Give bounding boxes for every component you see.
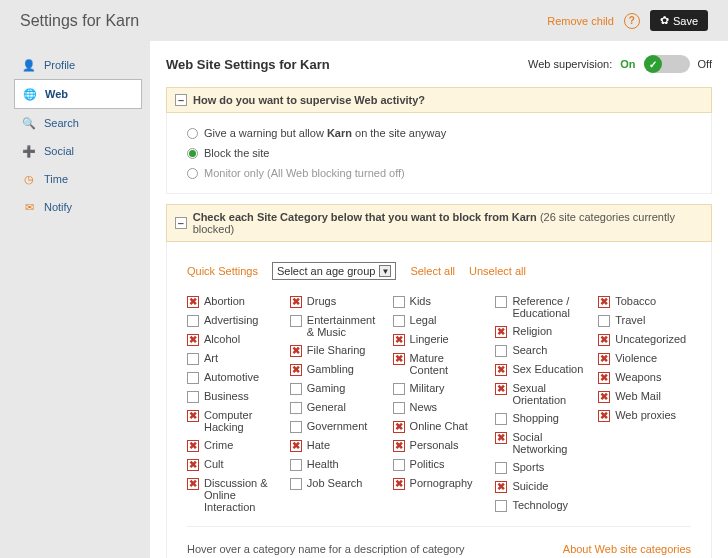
checkbox-blocked-icon[interactable] xyxy=(393,440,405,452)
category-item[interactable]: File Sharing xyxy=(290,341,383,360)
checkbox-icon[interactable] xyxy=(393,459,405,471)
checkbox-icon[interactable] xyxy=(187,372,199,384)
category-item[interactable]: Gambling xyxy=(290,360,383,379)
category-item[interactable]: Gaming xyxy=(290,379,383,398)
category-item[interactable]: Web Mail xyxy=(598,387,691,406)
checkbox-blocked-icon[interactable] xyxy=(187,478,199,490)
category-item[interactable]: Military xyxy=(393,379,486,398)
checkbox-blocked-icon[interactable] xyxy=(187,459,199,471)
category-item[interactable]: Entertainment & Music xyxy=(290,311,383,341)
category-item[interactable]: Crime xyxy=(187,436,280,455)
checkbox-icon[interactable] xyxy=(187,315,199,327)
category-item[interactable]: Mature Content xyxy=(393,349,486,379)
category-item[interactable]: Violence xyxy=(598,349,691,368)
checkbox-blocked-icon[interactable] xyxy=(495,481,507,493)
checkbox-icon[interactable] xyxy=(393,296,405,308)
radio-icon[interactable] xyxy=(187,168,198,179)
supervision-toggle[interactable]: ✓ xyxy=(644,55,690,73)
checkbox-blocked-icon[interactable] xyxy=(393,478,405,490)
checkbox-icon[interactable] xyxy=(290,402,302,414)
category-item[interactable]: Drugs xyxy=(290,292,383,311)
supervise-option[interactable]: Give a warning but allow Karn on the sit… xyxy=(187,123,691,143)
checkbox-blocked-icon[interactable] xyxy=(290,364,302,376)
sidebar-item-social[interactable]: ➕Social xyxy=(14,137,142,165)
category-item[interactable]: Discussion & Online Interaction xyxy=(187,474,280,516)
radio-icon[interactable] xyxy=(187,128,198,139)
checkbox-icon[interactable] xyxy=(495,462,507,474)
checkbox-icon[interactable] xyxy=(290,459,302,471)
checkbox-icon[interactable] xyxy=(187,391,199,403)
checkbox-blocked-icon[interactable] xyxy=(187,296,199,308)
category-item[interactable]: Sexual Orientation xyxy=(495,379,588,409)
checkbox-icon[interactable] xyxy=(393,383,405,395)
checkbox-blocked-icon[interactable] xyxy=(290,296,302,308)
category-item[interactable]: Sports xyxy=(495,458,588,477)
category-item[interactable]: Alcohol xyxy=(187,330,280,349)
checkbox-icon[interactable] xyxy=(290,478,302,490)
checkbox-blocked-icon[interactable] xyxy=(290,440,302,452)
checkbox-blocked-icon[interactable] xyxy=(187,440,199,452)
category-item[interactable]: Travel xyxy=(598,311,691,330)
category-item[interactable]: General xyxy=(290,398,383,417)
checkbox-blocked-icon[interactable] xyxy=(598,334,610,346)
checkbox-blocked-icon[interactable] xyxy=(598,296,610,308)
category-item[interactable]: Abortion xyxy=(187,292,280,311)
checkbox-icon[interactable] xyxy=(495,500,507,512)
category-item[interactable]: Online Chat xyxy=(393,417,486,436)
checkbox-blocked-icon[interactable] xyxy=(598,410,610,422)
checkbox-blocked-icon[interactable] xyxy=(393,334,405,346)
checkbox-icon[interactable] xyxy=(495,345,507,357)
about-categories-link[interactable]: About Web site categories xyxy=(563,543,691,555)
checkbox-icon[interactable] xyxy=(598,315,610,327)
checkbox-blocked-icon[interactable] xyxy=(495,432,507,444)
category-item[interactable]: Advertising xyxy=(187,311,280,330)
checkbox-blocked-icon[interactable] xyxy=(598,353,610,365)
category-item[interactable]: Computer Hacking xyxy=(187,406,280,436)
radio-icon[interactable] xyxy=(187,148,198,159)
age-group-select[interactable]: Select an age group ▼ xyxy=(272,262,396,280)
category-item[interactable]: Hate xyxy=(290,436,383,455)
category-item[interactable]: Personals xyxy=(393,436,486,455)
checkbox-icon[interactable] xyxy=(290,383,302,395)
supervise-option[interactable]: Monitor only (All Web blocking turned of… xyxy=(187,163,691,183)
category-item[interactable]: Business xyxy=(187,387,280,406)
category-item[interactable]: Pornography xyxy=(393,474,486,493)
category-item[interactable]: Kids xyxy=(393,292,486,311)
category-item[interactable]: Reference / Educational xyxy=(495,292,588,322)
checkbox-blocked-icon[interactable] xyxy=(495,364,507,376)
select-all-link[interactable]: Select all xyxy=(410,265,455,277)
checkbox-blocked-icon[interactable] xyxy=(393,421,405,433)
category-item[interactable]: Suicide xyxy=(495,477,588,496)
checkbox-blocked-icon[interactable] xyxy=(187,334,199,346)
category-item[interactable]: Tobacco xyxy=(598,292,691,311)
checkbox-icon[interactable] xyxy=(187,353,199,365)
sidebar-item-profile[interactable]: 👤Profile xyxy=(14,51,142,79)
checkbox-icon[interactable] xyxy=(393,402,405,414)
category-item[interactable]: Legal xyxy=(393,311,486,330)
category-item[interactable]: Health xyxy=(290,455,383,474)
checkbox-icon[interactable] xyxy=(290,421,302,433)
category-item[interactable]: Shopping xyxy=(495,409,588,428)
sidebar-item-notify[interactable]: ✉Notify xyxy=(14,193,142,221)
category-item[interactable]: News xyxy=(393,398,486,417)
category-item[interactable]: Sex Education xyxy=(495,360,588,379)
help-icon[interactable]: ? xyxy=(624,13,640,29)
unselect-all-link[interactable]: Unselect all xyxy=(469,265,526,277)
category-item[interactable]: Art xyxy=(187,349,280,368)
save-button[interactable]: ✿ Save xyxy=(650,10,708,31)
category-item[interactable]: Uncategorized xyxy=(598,330,691,349)
category-item[interactable]: Cult xyxy=(187,455,280,474)
checkbox-icon[interactable] xyxy=(495,413,507,425)
remove-child-link[interactable]: Remove child xyxy=(547,15,614,27)
category-item[interactable]: Social Networking xyxy=(495,428,588,458)
category-item[interactable]: Weapons xyxy=(598,368,691,387)
category-item[interactable]: Search xyxy=(495,341,588,360)
checkbox-blocked-icon[interactable] xyxy=(598,372,610,384)
category-item[interactable]: Lingerie xyxy=(393,330,486,349)
checkbox-blocked-icon[interactable] xyxy=(495,326,507,338)
sidebar-item-search[interactable]: 🔍Search xyxy=(14,109,142,137)
category-item[interactable]: Automotive xyxy=(187,368,280,387)
sidebar-item-web[interactable]: 🌐Web xyxy=(14,79,142,109)
checkbox-icon[interactable] xyxy=(393,315,405,327)
category-item[interactable]: Politics xyxy=(393,455,486,474)
